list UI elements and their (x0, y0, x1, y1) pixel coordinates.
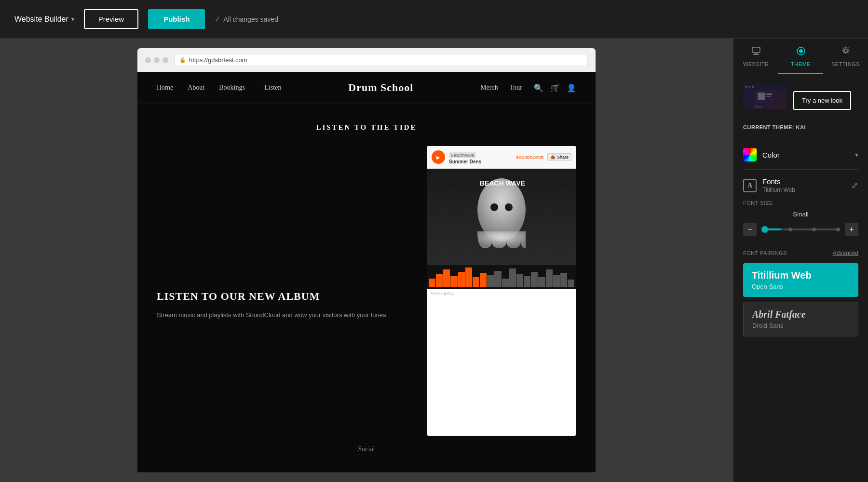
toolbar: Website Builder ▾ Preview Publish ✓ All … (0, 0, 868, 39)
font-icon: A (743, 179, 757, 192)
nav-item-merch[interactable]: Merch (480, 84, 498, 92)
font-card-primary-name: Titillium Web (752, 270, 850, 281)
color-section[interactable]: Color ▾ (743, 140, 858, 169)
saved-status: ✓ All changes saved (215, 15, 278, 23)
album-desc: Stream music and playlists with SoundClo… (157, 310, 407, 321)
svg-rect-15 (758, 93, 765, 100)
slider-dot-3 (812, 228, 816, 231)
search-icon[interactable]: 🔍 (534, 83, 543, 93)
font-card-primary[interactable]: Titillium Web Open Sans (743, 263, 858, 297)
nav-item-home[interactable]: Home (157, 84, 173, 92)
browser-dots (145, 57, 168, 63)
main-layout: 🔒 https://gdsbrtest.com Home About Booki… (0, 39, 868, 482)
sc-waveform (427, 265, 576, 289)
tab-settings[interactable]: SETTINGS (823, 39, 868, 74)
nav-icons: 🔍 🛒 👤 (534, 83, 576, 93)
fonts-subtitle: Titillium Web (762, 187, 795, 193)
settings-tab-icon (841, 46, 851, 58)
sc-play-button[interactable]: ▶ (432, 150, 445, 164)
browser-url-bar[interactable]: 🔒 https://gdsbrtest.com (174, 54, 588, 66)
cart-icon[interactable]: 🛒 (550, 83, 560, 93)
tab-website[interactable]: WEBSITE (733, 39, 778, 74)
svg-rect-16 (766, 94, 772, 95)
svg-text:Home: Home (755, 105, 762, 108)
publish-button[interactable]: Publish (148, 9, 205, 29)
slider-row: − + (743, 223, 858, 236)
nav-item-listen[interactable]: – Listen (259, 84, 282, 92)
font-card-secondary-sub: Droid Sans (752, 322, 849, 329)
font-size-increase-button[interactable]: + (845, 223, 858, 236)
sc-album-image: BEACH WAVE (427, 169, 576, 265)
svg-rect-17 (766, 96, 771, 97)
font-card-secondary[interactable]: Abril Fatface Droid Sans (743, 302, 858, 336)
content-left: LISTEN TO OUR NEW ALBUM Stream music and… (157, 146, 407, 436)
social-section: Social (157, 445, 576, 453)
theme-preview-container: Home Try a new look (743, 84, 858, 117)
svg-text:BEACH WAVE: BEACH WAVE (480, 179, 525, 187)
site-nav: Home About Bookings – Listen Drum School… (137, 72, 596, 104)
sc-track-name: Summer Dens (449, 159, 512, 164)
nav-item-about[interactable]: About (188, 84, 204, 92)
soundcloud-widget[interactable]: ▶ BeachWave Summer Dens SOUNDCLOUD 📤 Sha… (427, 146, 576, 436)
brand-chevron-icon: ▾ (71, 16, 74, 23)
nav-left: Home About Bookings – Listen (157, 84, 281, 92)
preview-button[interactable]: Preview (84, 9, 138, 29)
panel-tabs: WEBSITE THEME (733, 39, 868, 74)
current-theme-label: CURRENT THEME: KAI (743, 124, 858, 130)
font-card-secondary-name: Abril Fatface (752, 309, 849, 320)
website-tab-icon (751, 46, 761, 58)
nav-right: Merch Tour 🔍 🛒 👤 (480, 83, 576, 93)
right-panel: WEBSITE THEME (733, 39, 868, 482)
fonts-section: A Fonts Titillium Web ⤢ FONT SIZE Small … (743, 169, 858, 349)
check-icon: ✓ (215, 15, 220, 23)
site-content: LISTEN TO THE TIDE LISTEN TO OUR NEW ALB… (137, 104, 596, 472)
slider-dot-2 (788, 228, 792, 231)
color-chevron-icon: ▾ (855, 151, 858, 159)
panel-content: Home Try a new look CURRENT THEME: KAI C… (733, 74, 868, 482)
section-title: LISTEN TO THE TIDE (157, 123, 576, 132)
font-size-section: FONT SIZE Small − (743, 193, 858, 243)
color-section-title: Color (762, 151, 780, 159)
try-new-look-button[interactable]: Try a new look (793, 91, 851, 110)
browser-chrome: 🔒 https://gdsbrtest.com (137, 48, 596, 72)
sc-artist: BeachWave (449, 152, 476, 158)
theme-thumbnail: Home (743, 84, 787, 117)
dot-red (145, 57, 151, 63)
fonts-section-title: Fonts (762, 177, 795, 186)
dot-yellow (154, 57, 160, 63)
advanced-link[interactable]: Advanced (833, 250, 858, 256)
fonts-header[interactable]: A Fonts Titillium Web ⤢ (743, 177, 858, 193)
album-title: LISTEN TO OUR NEW ALBUM (157, 290, 407, 303)
fonts-expand-icon: ⤢ (851, 180, 858, 191)
content-row: LISTEN TO OUR NEW ALBUM Stream music and… (157, 146, 576, 436)
tab-theme[interactable]: THEME (778, 39, 823, 74)
brand-label[interactable]: Website Builder ▾ (14, 15, 74, 24)
svg-rect-4 (752, 47, 760, 53)
sc-footer: Cookie policy (427, 289, 576, 297)
font-card-primary-sub: Open Sans (752, 283, 850, 290)
nav-item-bookings[interactable]: Bookings (219, 84, 245, 92)
font-size-label: FONT SIZE (743, 200, 858, 206)
color-icon (743, 148, 757, 161)
website-preview: Home About Bookings – Listen Drum School… (137, 72, 596, 472)
slider-dot-1 (761, 226, 768, 233)
sc-top-bar: ▶ BeachWave Summer Dens SOUNDCLOUD 📤 Sha… (427, 146, 576, 169)
svg-point-1 (490, 203, 498, 211)
font-pairings-header: FONT PAIRINGS Advanced (743, 250, 858, 256)
theme-tab-icon (796, 46, 806, 58)
font-size-value: Small (743, 211, 858, 218)
svg-point-8 (799, 49, 803, 53)
font-size-decrease-button[interactable]: − (743, 223, 757, 236)
dot-green (163, 57, 168, 63)
color-section-left: Color (743, 148, 780, 161)
user-icon[interactable]: 👤 (567, 83, 576, 93)
nav-item-tour[interactable]: Tour (510, 84, 522, 92)
font-size-slider[interactable] (761, 228, 840, 230)
sc-share-button[interactable]: 📤 Share (547, 153, 571, 161)
site-brand: Drum School (281, 81, 480, 94)
svg-point-2 (505, 203, 513, 211)
sc-track-info: BeachWave Summer Dens (449, 150, 512, 164)
sc-logo: SOUNDCLOUD (516, 155, 543, 160)
slider-dot-4 (836, 228, 840, 231)
fonts-section-left: A Fonts Titillium Web (743, 177, 795, 193)
